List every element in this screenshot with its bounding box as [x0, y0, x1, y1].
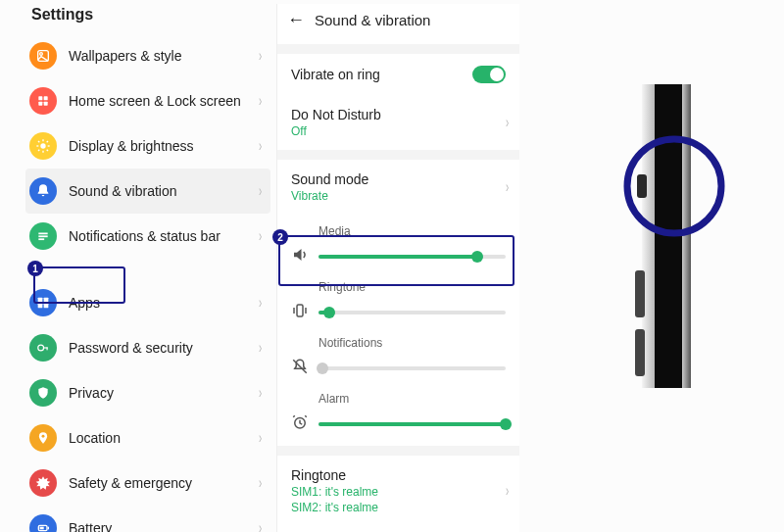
ringtone-slider-block: Ringtone — [277, 270, 519, 326]
row-label: Vibrate on ring — [291, 67, 472, 82]
shield-icon — [29, 379, 57, 407]
ringtone-slider[interactable] — [318, 311, 506, 314]
item-label: Display & brightness — [69, 138, 246, 154]
chevron-right-icon: › — [506, 178, 509, 196]
svg-rect-24 — [47, 347, 48, 350]
ringtone-row[interactable]: Ringtone SIM1: it's realme SIM2: it's re… — [277, 456, 519, 526]
settings-item-wallpapers[interactable]: Wallpapers & style › — [25, 33, 270, 78]
divider — [277, 44, 519, 54]
chevron-right-icon: › — [259, 339, 262, 357]
settings-item-display[interactable]: Display & brightness › — [25, 123, 270, 169]
battery-icon — [29, 514, 57, 532]
settings-column: Settings Wallpapers & style › Home scree… — [25, 4, 270, 532]
settings-item-password[interactable]: Password & security › — [25, 325, 270, 370]
svg-rect-21 — [44, 304, 49, 309]
item-label: Safety & emergency — [69, 475, 246, 491]
svg-point-6 — [40, 143, 45, 148]
notifications-slider[interactable] — [318, 366, 506, 370]
svg-rect-29 — [297, 305, 303, 316]
item-label: Battery — [69, 520, 246, 532]
notifications-slider-block: Notifications — [277, 326, 519, 382]
settings-item-sound[interactable]: Sound & vibration › — [25, 169, 270, 214]
svg-rect-2 — [38, 96, 42, 100]
svg-line-14 — [47, 141, 48, 142]
item-label: Home screen & Lock screen — [69, 93, 246, 109]
item-label: Sound & vibration — [69, 183, 246, 199]
divider — [277, 150, 519, 160]
svg-rect-3 — [44, 96, 48, 100]
chevron-right-icon: › — [506, 114, 509, 131]
chevron-right-icon: › — [259, 137, 262, 155]
apps-icon — [29, 289, 57, 316]
settings-item-privacy[interactable]: Privacy › — [25, 370, 270, 415]
brightness-icon — [29, 132, 57, 160]
emergency-icon — [29, 469, 57, 497]
media-slider[interactable] — [318, 255, 506, 259]
row-subtext: Off — [291, 124, 381, 138]
svg-rect-5 — [44, 102, 48, 106]
slider-label: Ringtone — [318, 280, 506, 294]
wallpaper-icon — [29, 42, 57, 70]
back-arrow-icon[interactable]: ← — [287, 10, 305, 30]
chevron-right-icon: › — [259, 47, 262, 65]
chevron-right-icon: › — [259, 474, 262, 492]
settings-title: Settings — [31, 6, 270, 24]
chevron-right-icon: › — [259, 384, 262, 402]
settings-item-battery[interactable]: Battery › — [25, 506, 270, 532]
speaker-icon — [291, 246, 309, 266]
alarm-slider[interactable] — [318, 422, 506, 426]
svg-rect-20 — [38, 304, 43, 309]
status-icon — [29, 222, 57, 250]
chevron-right-icon: › — [259, 429, 262, 447]
svg-rect-17 — [38, 238, 44, 240]
row-label: Sound mode — [291, 171, 368, 187]
row-subtext: SIM2: it's realme — [291, 501, 378, 514]
slider-label: Alarm — [318, 392, 506, 406]
chevron-right-icon: › — [259, 92, 262, 110]
svg-point-25 — [42, 435, 45, 438]
divider — [277, 446, 519, 456]
item-label: Privacy — [69, 385, 246, 401]
sound-mode-row[interactable]: Sound mode Vibrate › — [277, 160, 519, 215]
toggle-on[interactable] — [472, 66, 506, 83]
svg-line-13 — [38, 150, 39, 151]
chevron-right-icon: › — [259, 182, 262, 200]
svg-point-1 — [40, 53, 43, 56]
svg-line-12 — [47, 150, 48, 151]
slider-label: Media — [318, 224, 506, 238]
svg-rect-27 — [48, 527, 49, 530]
sound-panel: ← Sound & vibration Vibrate on ring Do N… — [276, 4, 519, 532]
svg-line-11 — [38, 141, 39, 142]
svg-rect-16 — [38, 235, 47, 237]
svg-rect-19 — [44, 298, 49, 303]
row-label: Ringtone — [291, 467, 378, 483]
svg-rect-38 — [635, 329, 645, 376]
chevron-right-icon: › — [506, 482, 509, 500]
vibrate-icon — [291, 302, 309, 322]
svg-rect-37 — [635, 270, 645, 317]
settings-item-notifications[interactable]: Notifications & status bar › — [25, 214, 270, 259]
phone-mute-switch-illustration — [578, 84, 774, 388]
svg-rect-28 — [40, 527, 44, 530]
settings-item-apps[interactable]: Apps › — [25, 280, 270, 325]
settings-item-homescreen[interactable]: Home screen & Lock screen › — [25, 78, 270, 123]
svg-rect-4 — [38, 102, 42, 106]
settings-item-location[interactable]: Location › — [25, 415, 270, 460]
lock-icon — [29, 334, 57, 362]
location-icon — [29, 424, 57, 452]
svg-rect-18 — [38, 298, 43, 303]
media-slider-block: Media — [277, 215, 519, 270]
alarm-slider-block: Alarm — [277, 382, 519, 438]
vibrate-on-ring-row[interactable]: Vibrate on ring — [277, 54, 519, 95]
settings-item-safety[interactable]: Safety & emergency › — [25, 460, 270, 506]
row-subtext: SIM1: it's realme — [291, 485, 378, 499]
bell-off-icon — [291, 358, 309, 378]
svg-line-32 — [293, 360, 307, 373]
do-not-disturb-row[interactable]: Do Not Disturb Off › — [277, 95, 519, 150]
bell-icon — [29, 177, 57, 205]
panel-header: ← Sound & vibration — [277, 4, 519, 44]
chevron-right-icon: › — [259, 519, 262, 532]
item-label: Password & security — [69, 340, 246, 356]
alarm-icon — [291, 413, 309, 434]
chevron-right-icon: › — [259, 227, 262, 245]
